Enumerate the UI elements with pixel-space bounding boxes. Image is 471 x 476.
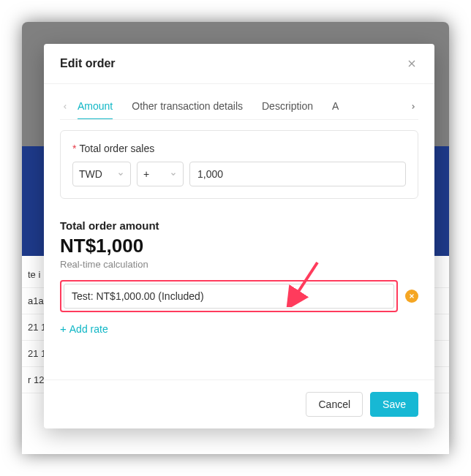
tab-description[interactable]: Description (262, 94, 313, 119)
tab-amount[interactable]: Amount (78, 94, 113, 119)
rate-select-value: Test: NT$1,000.00 (Included) (72, 290, 204, 302)
edit-order-modal: Edit order Amount Other transaction deta… (44, 44, 434, 428)
chevron-down-icon (170, 168, 177, 180)
modal-title: Edit order (60, 57, 116, 70)
tabs-prev-button[interactable] (60, 99, 70, 114)
total-sales-input-row: TWD + (72, 162, 406, 186)
close-icon (408, 292, 415, 300)
total-sales-label: *Total order sales (72, 143, 406, 154)
total-amount-section: Total order amount NT$1,000 Real-time ca… (60, 219, 418, 270)
delete-rate-button[interactable] (405, 290, 418, 303)
tabs-scroll: Amount Other transaction details Descrip… (78, 94, 401, 119)
rate-select[interactable]: Test: NT$1,000.00 (Included) (64, 284, 394, 309)
total-amount-subtext: Real-time calculation (60, 259, 418, 270)
chevron-right-icon (410, 103, 417, 110)
total-amount-label: Total order amount (60, 219, 418, 232)
plus-icon: + (60, 322, 67, 335)
close-icon (406, 58, 418, 69)
rate-row: Test: NT$1,000.00 (Included) (60, 280, 418, 312)
add-rate-button[interactable]: + Add rate (60, 322, 108, 335)
total-sales-label-text: Total order sales (79, 143, 154, 154)
close-button[interactable] (405, 57, 418, 70)
currency-value: TWD (79, 168, 102, 180)
modal-footer: Cancel Save (44, 379, 434, 428)
sign-value: + (143, 168, 149, 180)
rate-highlight-callout: Test: NT$1,000.00 (Included) (60, 280, 398, 312)
modal-body: Amount Other transaction details Descrip… (44, 84, 434, 366)
amount-input[interactable] (189, 162, 406, 186)
tab-more[interactable]: A (332, 94, 339, 119)
add-rate-label: Add rate (69, 323, 108, 335)
total-amount-value: NT$1,000 (60, 235, 418, 257)
sign-select[interactable]: + (137, 162, 184, 186)
chevron-down-icon (117, 168, 124, 180)
save-button[interactable]: Save (370, 392, 418, 417)
chevron-left-icon (61, 103, 69, 110)
tab-other-details[interactable]: Other transaction details (132, 94, 243, 119)
modal-header: Edit order (44, 44, 434, 84)
currency-select[interactable]: TWD (72, 162, 131, 186)
total-sales-panel: *Total order sales TWD + (60, 130, 418, 199)
tabs-next-button[interactable] (408, 99, 418, 114)
tabs-row: Amount Other transaction details Descrip… (60, 94, 418, 120)
cancel-button[interactable]: Cancel (306, 392, 363, 417)
required-star: * (72, 143, 76, 154)
